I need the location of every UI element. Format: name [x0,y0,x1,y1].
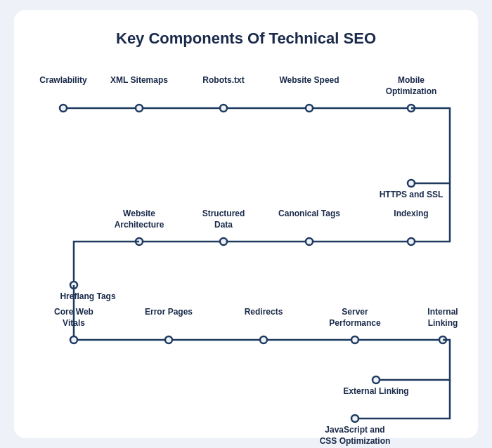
svg-point-6 [408,180,415,187]
svg-point-2 [136,105,143,112]
card: Key Components Of Technical SEO Crawlabi… [14,10,478,438]
svg-point-19 [373,376,380,383]
diagram-label: Indexing [373,208,450,219]
diagram-label: Website Speed [271,74,348,86]
diagram-label: Robots.txt [185,74,262,86]
diagram-label: XML Sitemaps [101,74,178,86]
diagram-label: InternalLinking [404,306,481,329]
diagram-label: WebsiteArchitecture [101,208,178,230]
svg-point-1 [60,105,67,112]
svg-point-10 [306,238,313,245]
svg-point-4 [306,105,313,112]
diagram-label: JavaScript andCSS Optimization [316,424,394,447]
diagram-label: Hreflang Tags [49,291,127,302]
page-title: Key Components Of Technical SEO [35,29,457,48]
diagram-svg: CrawlabilityXML SitemapsRobots.txtWebsit… [35,60,457,433]
diagram-label: Redirects [225,306,302,317]
svg-point-16 [260,336,267,343]
svg-point-11 [408,238,415,245]
diagram-label: External Linking [337,386,415,397]
diagram-label: Core WebVitals [35,306,112,329]
svg-point-15 [165,336,172,343]
diagram-label: Crawlability [25,74,102,86]
diagram-label: Canonical Tags [271,208,348,219]
diagram-label: Error Pages [130,306,207,317]
diagram-label: HTTPS and SSL [373,189,450,200]
svg-point-17 [351,336,358,343]
diagram-label: StructuredData [185,208,262,230]
svg-point-20 [351,415,358,422]
svg-point-14 [70,336,77,343]
svg-point-3 [220,105,227,112]
diagram: CrawlabilityXML SitemapsRobots.txtWebsit… [35,60,457,433]
svg-point-9 [220,238,227,245]
diagram-label: MobileOptimization [373,74,450,97]
diagram-label: ServerPerformance [316,306,394,329]
